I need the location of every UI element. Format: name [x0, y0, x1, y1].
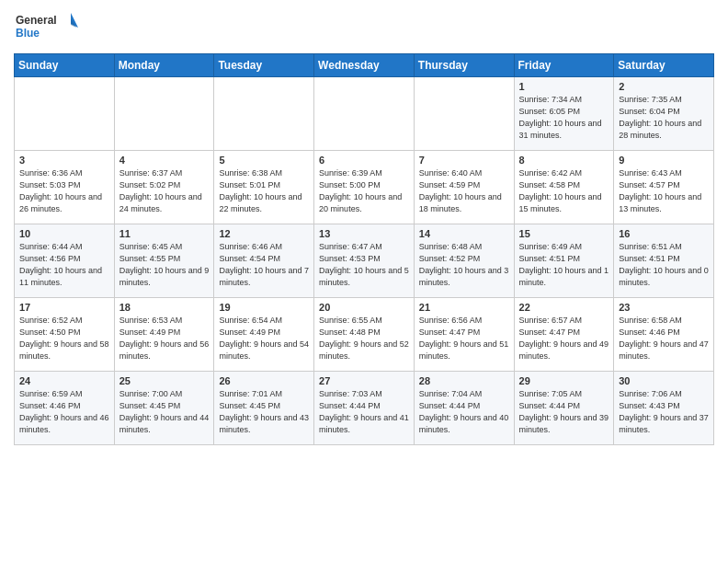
day-cell: 9Sunrise: 6:43 AM Sunset: 4:57 PM Daylig… [614, 151, 714, 224]
day-number: 29 [519, 375, 609, 386]
day-number: 8 [519, 155, 609, 166]
day-info: Sunrise: 6:48 AM Sunset: 4:52 PM Dayligh… [419, 241, 509, 289]
svg-text:Blue: Blue [16, 27, 40, 40]
day-cell [414, 77, 514, 151]
day-info: Sunrise: 6:57 AM Sunset: 4:47 PM Dayligh… [519, 315, 609, 362]
day-cell: 17Sunrise: 6:52 AM Sunset: 4:50 PM Dayli… [15, 298, 115, 372]
day-info: Sunrise: 6:58 AM Sunset: 4:46 PM Dayligh… [619, 315, 709, 362]
day-info: Sunrise: 7:04 AM Sunset: 4:44 PM Dayligh… [419, 388, 509, 436]
day-cell: 10Sunrise: 6:44 AM Sunset: 4:56 PM Dayli… [15, 224, 115, 298]
week-row-4: 17Sunrise: 6:52 AM Sunset: 4:50 PM Dayli… [15, 298, 714, 372]
day-info: Sunrise: 6:44 AM Sunset: 4:56 PM Dayligh… [19, 241, 109, 289]
day-info: Sunrise: 6:38 AM Sunset: 5:01 PM Dayligh… [219, 167, 309, 215]
day-cell: 23Sunrise: 6:58 AM Sunset: 4:46 PM Dayli… [614, 298, 714, 372]
day-info: Sunrise: 6:51 AM Sunset: 4:51 PM Dayligh… [619, 241, 709, 289]
day-cell: 29Sunrise: 7:05 AM Sunset: 4:44 PM Dayli… [514, 372, 614, 445]
day-number: 20 [319, 302, 409, 313]
day-number: 16 [619, 228, 709, 239]
svg-text:General: General [16, 14, 57, 27]
day-number: 22 [519, 302, 609, 313]
col-header-thursday: Thursday [414, 54, 514, 77]
day-number: 11 [119, 228, 210, 239]
day-info: Sunrise: 6:53 AM Sunset: 4:49 PM Dayligh… [119, 315, 210, 362]
day-cell: 3Sunrise: 6:36 AM Sunset: 5:03 PM Daylig… [15, 151, 115, 224]
day-number: 10 [19, 228, 109, 239]
day-number: 21 [419, 302, 509, 313]
week-row-3: 10Sunrise: 6:44 AM Sunset: 4:56 PM Dayli… [15, 224, 714, 298]
day-cell: 4Sunrise: 6:37 AM Sunset: 5:02 PM Daylig… [114, 151, 214, 224]
day-number: 14 [419, 228, 509, 239]
day-cell: 21Sunrise: 6:56 AM Sunset: 4:47 PM Dayli… [414, 298, 514, 372]
day-cell [15, 77, 115, 151]
day-number: 18 [119, 302, 210, 313]
day-cell: 11Sunrise: 6:45 AM Sunset: 4:55 PM Dayli… [114, 224, 214, 298]
logo-svg: General Blue [14, 9, 78, 46]
day-info: Sunrise: 6:49 AM Sunset: 4:51 PM Dayligh… [519, 241, 609, 289]
day-cell: 2Sunrise: 7:35 AM Sunset: 6:04 PM Daylig… [614, 77, 714, 151]
day-cell: 18Sunrise: 6:53 AM Sunset: 4:49 PM Dayli… [114, 298, 214, 372]
col-header-monday: Monday [114, 54, 214, 77]
day-number: 15 [519, 228, 609, 239]
day-info: Sunrise: 6:52 AM Sunset: 4:50 PM Dayligh… [19, 315, 109, 362]
day-cell: 6Sunrise: 6:39 AM Sunset: 5:00 PM Daylig… [314, 151, 415, 224]
col-header-saturday: Saturday [614, 54, 714, 77]
day-cell: 22Sunrise: 6:57 AM Sunset: 4:47 PM Dayli… [514, 298, 614, 372]
day-number: 6 [319, 155, 409, 166]
day-info: Sunrise: 6:59 AM Sunset: 4:46 PM Dayligh… [19, 388, 109, 436]
day-number: 25 [119, 375, 210, 386]
day-number: 1 [519, 81, 609, 92]
day-info: Sunrise: 6:39 AM Sunset: 5:00 PM Dayligh… [319, 167, 409, 215]
day-cell: 26Sunrise: 7:01 AM Sunset: 4:45 PM Dayli… [214, 372, 314, 445]
day-cell: 1Sunrise: 7:34 AM Sunset: 6:05 PM Daylig… [514, 77, 614, 151]
day-number: 5 [219, 155, 309, 166]
day-info: Sunrise: 6:47 AM Sunset: 4:53 PM Dayligh… [319, 241, 409, 289]
day-info: Sunrise: 6:55 AM Sunset: 4:48 PM Dayligh… [319, 315, 409, 362]
day-number: 4 [119, 155, 210, 166]
col-header-wednesday: Wednesday [314, 54, 415, 77]
day-info: Sunrise: 6:46 AM Sunset: 4:54 PM Dayligh… [219, 241, 309, 289]
col-header-tuesday: Tuesday [214, 54, 314, 77]
col-header-sunday: Sunday [15, 54, 115, 77]
day-info: Sunrise: 7:03 AM Sunset: 4:44 PM Dayligh… [319, 388, 409, 436]
day-cell: 14Sunrise: 6:48 AM Sunset: 4:52 PM Dayli… [414, 224, 514, 298]
day-number: 12 [219, 228, 309, 239]
day-cell: 25Sunrise: 7:00 AM Sunset: 4:45 PM Dayli… [114, 372, 214, 445]
week-row-2: 3Sunrise: 6:36 AM Sunset: 5:03 PM Daylig… [15, 151, 714, 224]
day-cell: 20Sunrise: 6:55 AM Sunset: 4:48 PM Dayli… [314, 298, 415, 372]
day-number: 9 [619, 155, 709, 166]
day-number: 27 [319, 375, 409, 386]
day-cell: 12Sunrise: 6:46 AM Sunset: 4:54 PM Dayli… [214, 224, 314, 298]
col-header-friday: Friday [514, 54, 614, 77]
day-number: 23 [619, 302, 709, 313]
day-info: Sunrise: 6:37 AM Sunset: 5:02 PM Dayligh… [119, 167, 210, 215]
day-cell [214, 77, 314, 151]
day-cell: 24Sunrise: 6:59 AM Sunset: 4:46 PM Dayli… [15, 372, 115, 445]
day-number: 2 [619, 81, 709, 92]
day-info: Sunrise: 7:06 AM Sunset: 4:43 PM Dayligh… [619, 388, 709, 436]
day-number: 19 [219, 302, 309, 313]
day-info: Sunrise: 7:34 AM Sunset: 6:05 PM Dayligh… [519, 94, 609, 142]
day-cell [114, 77, 214, 151]
day-info: Sunrise: 6:43 AM Sunset: 4:57 PM Dayligh… [619, 167, 709, 215]
day-cell: 28Sunrise: 7:04 AM Sunset: 4:44 PM Dayli… [414, 372, 514, 445]
logo: General Blue [14, 9, 78, 46]
day-info: Sunrise: 6:45 AM Sunset: 4:55 PM Dayligh… [119, 241, 210, 289]
day-info: Sunrise: 6:54 AM Sunset: 4:49 PM Dayligh… [219, 315, 309, 362]
day-info: Sunrise: 6:36 AM Sunset: 5:03 PM Dayligh… [19, 167, 109, 215]
day-info: Sunrise: 6:42 AM Sunset: 4:58 PM Dayligh… [519, 167, 609, 215]
day-number: 30 [619, 375, 709, 386]
day-number: 17 [19, 302, 109, 313]
day-cell: 13Sunrise: 6:47 AM Sunset: 4:53 PM Dayli… [314, 224, 415, 298]
day-cell: 16Sunrise: 6:51 AM Sunset: 4:51 PM Dayli… [614, 224, 714, 298]
day-cell: 15Sunrise: 6:49 AM Sunset: 4:51 PM Dayli… [514, 224, 614, 298]
day-info: Sunrise: 6:40 AM Sunset: 4:59 PM Dayligh… [419, 167, 509, 215]
day-number: 7 [419, 155, 509, 166]
day-info: Sunrise: 6:56 AM Sunset: 4:47 PM Dayligh… [419, 315, 509, 362]
day-cell: 27Sunrise: 7:03 AM Sunset: 4:44 PM Dayli… [314, 372, 415, 445]
day-number: 3 [19, 155, 109, 166]
day-info: Sunrise: 7:05 AM Sunset: 4:44 PM Dayligh… [519, 388, 609, 436]
calendar-table: SundayMondayTuesdayWednesdayThursdayFrid… [14, 53, 714, 445]
day-number: 26 [219, 375, 309, 386]
day-number: 24 [19, 375, 109, 386]
week-row-5: 24Sunrise: 6:59 AM Sunset: 4:46 PM Dayli… [15, 372, 714, 445]
